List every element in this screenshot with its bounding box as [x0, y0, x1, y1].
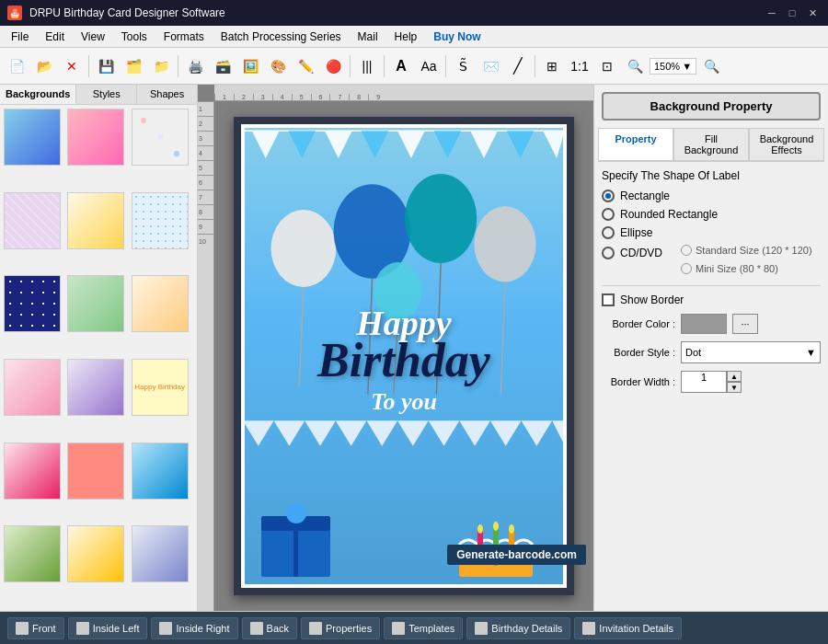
menu-view[interactable]: View: [74, 29, 112, 45]
birthday-details-icon: [475, 622, 488, 635]
spinner-up-btn[interactable]: ▲: [727, 371, 742, 382]
tab-background-effects[interactable]: Background Effects: [749, 128, 824, 160]
shape-label-section: Specify The Shape Of Label: [602, 169, 821, 182]
menu-help[interactable]: Help: [387, 29, 425, 45]
thumb-13[interactable]: [4, 443, 61, 500]
thumb-8[interactable]: [67, 275, 124, 332]
border-color-swatch[interactable]: [681, 314, 727, 334]
thumb-14[interactable]: [67, 443, 124, 500]
thumb-17[interactable]: [67, 525, 124, 582]
save-button[interactable]: 💾: [93, 53, 119, 79]
cd-mini[interactable]: Mini Size (80 * 80): [681, 263, 812, 274]
toolbar: 📄 📂 ✕ 💾 🗂️ 📁 🖨️ 🗃️ 🖼️ 🎨 ✏️ 🔴 ||| A Aa S̃…: [0, 48, 828, 85]
tab-backgrounds[interactable]: Backgrounds: [0, 85, 76, 104]
menu-buynow[interactable]: Buy Now: [426, 29, 488, 45]
thumb-11[interactable]: [67, 359, 124, 416]
saveas-button[interactable]: 🗂️: [121, 53, 146, 79]
email-button[interactable]: ✉️: [477, 53, 503, 79]
fit-button[interactable]: ⊡: [594, 53, 620, 79]
print-button[interactable]: 🖨️: [182, 53, 208, 79]
status-tab-front[interactable]: Front: [7, 617, 64, 639]
color-button[interactable]: 🎨: [265, 53, 291, 79]
scale-button[interactable]: 1:1: [567, 53, 592, 79]
border-width-input[interactable]: 1: [681, 371, 727, 393]
svg-point-38: [509, 524, 514, 534]
maximize-button[interactable]: □: [784, 5, 800, 21]
pen-button[interactable]: ✏️: [293, 53, 318, 79]
show-border-checkbox[interactable]: [602, 293, 615, 306]
zoomout-button[interactable]: 🔍: [698, 53, 724, 79]
svg-marker-29: [522, 420, 553, 446]
text-button[interactable]: A: [388, 53, 414, 79]
card-canvas[interactable]: Happy Birthday To you: [234, 117, 574, 595]
thumb-2[interactable]: [67, 109, 124, 166]
preview-button[interactable]: 🗃️: [210, 53, 236, 79]
thumb-18[interactable]: [132, 525, 189, 582]
divider-1: [602, 285, 821, 286]
tab-fill-background[interactable]: Fill Background: [673, 128, 749, 160]
right-panel: Background Property Property Fill Backgr…: [593, 85, 828, 611]
grid-button[interactable]: ⊞: [539, 53, 565, 79]
barcode-button[interactable]: |||: [354, 53, 380, 79]
status-tab-inside-left[interactable]: Inside Left: [68, 617, 148, 639]
menu-file[interactable]: File: [4, 29, 36, 45]
zoom-control: 150% ▼: [650, 58, 696, 75]
mini-radio-mini: [681, 263, 692, 274]
bottom-bunting-svg: [243, 420, 565, 448]
folder-button[interactable]: 📁: [148, 53, 174, 79]
line-button[interactable]: ╱: [505, 53, 531, 79]
thumb-5[interactable]: [67, 192, 124, 249]
svg-marker-8: [507, 131, 535, 158]
border-style-select[interactable]: Dot ▼: [681, 341, 821, 363]
watermark: Generate-barcode.com: [447, 545, 586, 565]
status-tab-back[interactable]: Back: [242, 617, 297, 639]
thumb-12[interactable]: Happy Birthday: [132, 359, 189, 416]
radio-rectangle[interactable]: Rectangle: [602, 190, 821, 202]
status-tab-front-label: Front: [32, 623, 56, 634]
radio-cddvd[interactable]: CD/DVD: [602, 247, 662, 259]
tab-styles[interactable]: Styles: [76, 85, 137, 104]
radio-ellipse[interactable]: Ellipse: [602, 226, 821, 239]
statusbar: Front Inside Left Inside Right Back Prop…: [0, 611, 828, 644]
thumb-4[interactable]: [4, 192, 61, 249]
svg-marker-25: [397, 420, 429, 446]
new-button[interactable]: 📄: [4, 53, 29, 79]
thumb-10[interactable]: [4, 359, 61, 416]
tab-property[interactable]: Property: [598, 128, 673, 160]
thumb-3[interactable]: [132, 109, 189, 166]
tab-shapes[interactable]: Shapes: [137, 85, 197, 104]
radio-rounded[interactable]: Rounded Rectangle: [602, 208, 821, 221]
menu-mail[interactable]: Mail: [351, 29, 385, 45]
menu-edit[interactable]: Edit: [38, 29, 72, 45]
status-tab-properties[interactable]: Properties: [301, 617, 380, 639]
ruler-mark: 2: [234, 94, 253, 100]
cd-standard[interactable]: Standard Size (120 * 120): [681, 245, 812, 256]
status-tab-birthday-details[interactable]: Birthday Details: [466, 617, 570, 639]
minimize-button[interactable]: ─: [764, 5, 780, 21]
close-doc-button[interactable]: ✕: [59, 53, 85, 79]
zoom-dropdown-icon[interactable]: ▼: [682, 61, 692, 72]
image-button[interactable]: 🖼️: [237, 53, 263, 79]
menu-formats[interactable]: Formats: [156, 29, 212, 45]
symbol-button[interactable]: S̃: [450, 53, 476, 79]
thumb-1[interactable]: [4, 109, 61, 166]
zoomin-button[interactable]: 🔍: [622, 53, 648, 79]
status-tab-invitation-details[interactable]: Invitation Details: [574, 617, 682, 639]
gradient-button[interactable]: 🔴: [320, 53, 346, 79]
thumb-6[interactable]: [132, 192, 189, 249]
border-color-picker-btn[interactable]: ···: [732, 314, 758, 334]
left-panel: Backgrounds Styles Shapes Happy Birthday: [0, 85, 198, 611]
open-button[interactable]: 📂: [31, 53, 57, 79]
status-tab-inside-left-label: Inside Left: [93, 623, 140, 634]
spinner-down-btn[interactable]: ▼: [727, 382, 742, 393]
text2-button[interactable]: Aa: [416, 53, 442, 79]
menu-tools[interactable]: Tools: [114, 29, 155, 45]
thumb-16[interactable]: [4, 525, 61, 582]
status-tab-templates[interactable]: Templates: [384, 617, 463, 639]
menu-batch[interactable]: Batch Processing Series: [213, 29, 349, 45]
thumb-9[interactable]: [132, 275, 189, 332]
close-button[interactable]: ✕: [804, 5, 821, 21]
thumb-7[interactable]: [4, 275, 61, 332]
status-tab-inside-right[interactable]: Inside Right: [151, 617, 237, 639]
thumb-15[interactable]: [132, 443, 189, 500]
